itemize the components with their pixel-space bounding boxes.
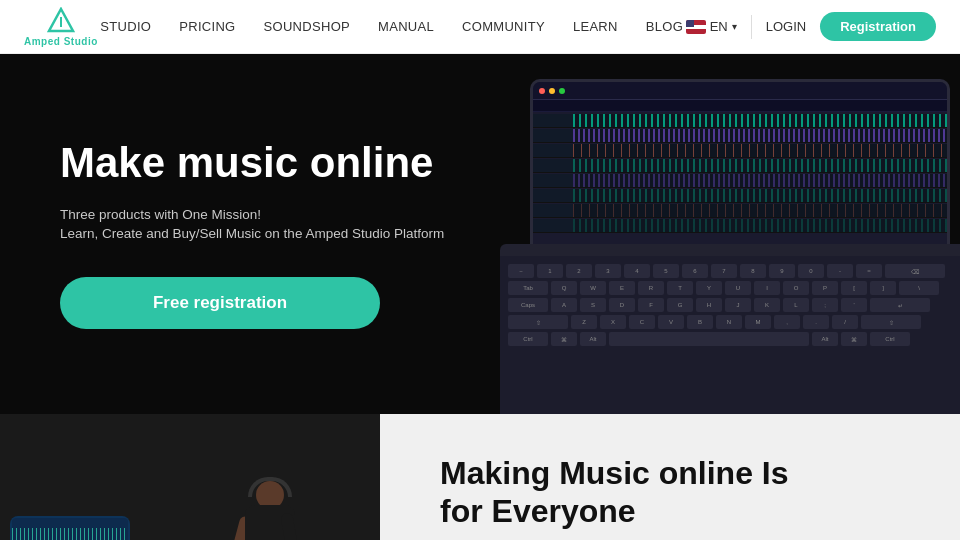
section2-title: Making Music online Isfor Everyone	[440, 454, 910, 531]
hero-title: Make music online	[60, 139, 444, 187]
daw-track-8	[533, 219, 947, 233]
navbar: Amped Studio STUDIO PRICING SOUNDSHOP MA…	[0, 0, 960, 54]
nav-pricing[interactable]: PRICING	[179, 19, 235, 34]
daw-track-2	[533, 129, 947, 143]
daw-toolbar	[533, 82, 947, 100]
nav-manual[interactable]: MANUAL	[378, 19, 434, 34]
daw-tracks	[533, 112, 947, 235]
min-dot	[549, 88, 555, 94]
daw-track-7	[533, 204, 947, 218]
nav-learn[interactable]: LEARN	[573, 19, 618, 34]
nav-right: EN ▾ LOGIN Registration	[686, 12, 936, 41]
lang-label: EN	[710, 19, 728, 34]
hero-sub1: Three products with One Mission!	[60, 207, 444, 222]
logo-text: Amped	[24, 36, 60, 47]
hero-image: ~ 1234567890-= ⌫ Tab QWERTYUIOP[] \ Caps…	[490, 64, 960, 414]
language-selector[interactable]: EN ▾	[686, 19, 737, 34]
logo-icon	[47, 7, 75, 35]
flag-icon	[686, 20, 706, 34]
close-dot	[539, 88, 545, 94]
daw-track-6	[533, 189, 947, 203]
person-arm-right	[280, 513, 300, 540]
hero-content: Make music online Three products with On…	[0, 139, 504, 329]
login-button[interactable]: LOGIN	[766, 19, 806, 34]
section2: Making Music online Isfor Everyone Our m…	[0, 414, 960, 540]
daw-track-4	[533, 159, 947, 173]
nav-blog[interactable]: BLOG	[646, 19, 683, 34]
logo-subtext: Studio	[64, 36, 98, 47]
nav-soundshop[interactable]: SOUNDSHOP	[264, 19, 351, 34]
monitor-wave	[12, 528, 128, 540]
nav-community[interactable]: COMMUNITY	[462, 19, 545, 34]
daw-track-3	[533, 144, 947, 158]
register-button[interactable]: Registration	[820, 12, 936, 41]
nav-links: STUDIO PRICING SOUNDSHOP MANUAL COMMUNIT…	[100, 19, 683, 34]
daw-track-5	[533, 174, 947, 188]
section2-content: Making Music online Isfor Everyone Our m…	[380, 414, 960, 540]
daw-timeline	[533, 100, 947, 112]
hero-sub2: Learn, Create and Buy/Sell Music on the …	[60, 226, 444, 241]
logo[interactable]: Amped Studio	[24, 7, 98, 47]
nav-divider	[751, 15, 752, 39]
chevron-down-icon: ▾	[732, 21, 737, 32]
nav-studio[interactable]: STUDIO	[100, 19, 151, 34]
person-figure	[220, 481, 320, 540]
hero-section: Make music online Three products with On…	[0, 54, 960, 414]
max-dot	[559, 88, 565, 94]
keyboard-body: ~ 1234567890-= ⌫ Tab QWERTYUIOP[] \ Caps…	[500, 256, 960, 414]
free-registration-button[interactable]: Free registration	[60, 277, 380, 329]
monitor-screen	[12, 518, 128, 540]
daw-track-1	[533, 114, 947, 128]
studio-illustration	[0, 414, 380, 540]
laptop-keyboard-illustration: ~ 1234567890-= ⌫ Tab QWERTYUIOP[] \ Caps…	[500, 244, 960, 414]
studio-image	[0, 414, 380, 540]
